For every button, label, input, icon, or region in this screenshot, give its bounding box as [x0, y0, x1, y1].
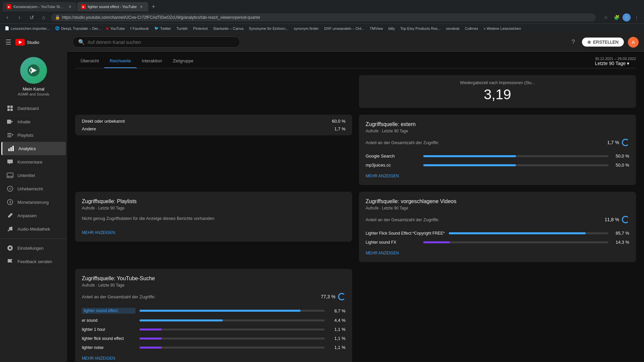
- more-btn[interactable]: ⋮: [632, 13, 641, 22]
- new-tab-button[interactable]: +: [149, 2, 158, 11]
- menu-toggle[interactable]: ☰: [5, 38, 11, 46]
- create-button[interactable]: ⊕ ERSTELLEN: [582, 38, 624, 47]
- bookmark-star[interactable]: ☆: [601, 13, 610, 22]
- date-period[interactable]: Letzte 90 Tage ▾: [595, 61, 636, 66]
- bookmark-twitter[interactable]: 🐦Twitter: [152, 25, 173, 31]
- tab-interaktion[interactable]: Interaktion: [137, 54, 168, 68]
- yt-suche-bar-0: [140, 310, 301, 312]
- sidebar-item-audio[interactable]: Audio-Mediathek: [1, 222, 66, 236]
- vorgeschlagen-label-0: Lighter Flick Sound Effect *Copyright FR…: [366, 231, 445, 236]
- search-bar[interactable]: 🔍: [72, 37, 240, 48]
- date-range[interactable]: 30.12.2021 – 29.03.2022 Letzte 90 Tage ▾: [595, 57, 636, 66]
- user-avatar[interactable]: A: [628, 37, 639, 48]
- bookmark-deepl[interactable]: 🌐DeepL Translate – Der...: [53, 25, 103, 31]
- extern-label-google: Google Search: [366, 154, 419, 159]
- bookmark-sevdesk[interactable]: sevdesk: [444, 26, 462, 31]
- svg-rect-6: [10, 106, 13, 108]
- main-content: Übersicht Reichweite Interaktion Zielgru…: [67, 52, 644, 362]
- sidebar-item-urheberrecht[interactable]: © Urheberrecht: [1, 182, 66, 195]
- bookmark-synonyme[interactable]: Synonyme für Einhorn...: [247, 26, 290, 31]
- yt-suche-label-3: lighter flick sound effect: [82, 336, 136, 341]
- sidebar-item-playlists[interactable]: Playlists: [1, 128, 66, 142]
- sidebar-item-inhalte[interactable]: Inhalte: [1, 115, 66, 128]
- reload-button[interactable]: ↺: [27, 13, 36, 22]
- extern-val-mp3: 50,0 %: [612, 163, 629, 168]
- sidebar-label-playlists: Playlists: [17, 133, 34, 138]
- vorgeschlagen-val-1: 14,3 %: [612, 240, 629, 245]
- tab-zielgruppe[interactable]: Zielgruppe: [167, 54, 199, 68]
- sidebar-item-einstellungen[interactable]: Einstellungen: [1, 241, 66, 255]
- avatar-icon: [27, 64, 40, 77]
- create-label: ERSTELLEN: [593, 40, 619, 45]
- vorgeschlagen-mehr-link[interactable]: MEHR ANZEIGEN: [366, 251, 399, 255]
- sidebar-item-dashboard[interactable]: Dashboard: [1, 102, 66, 115]
- bookmark-collmex[interactable]: Collmex: [463, 26, 480, 31]
- bookmark-bitly[interactable]: bitly: [386, 26, 397, 31]
- extern-share-row: Anteil an der Gesamtzahl der Zugriffe: 1…: [366, 139, 629, 146]
- bookmark-more[interactable]: » Weitere Lesezeichen: [482, 26, 523, 31]
- bookmark-tumblr[interactable]: Tumblr: [174, 26, 190, 31]
- bookmark-facebook[interactable]: fFacebook: [128, 26, 151, 31]
- flag-icon: [7, 258, 13, 265]
- tab-lighter-sound[interactable]: ▶ lighter sound effect - YouTube ✕: [77, 2, 148, 11]
- svg-marker-10: [11, 121, 13, 123]
- back-button[interactable]: ‹: [3, 13, 12, 22]
- bookmark-etsy[interactable]: Top Etsy Products Res...: [398, 26, 442, 31]
- tab-kanalanalysen[interactable]: ▶ Kanalanalysen - YouTube Studio ✕: [3, 2, 76, 11]
- tab-ubersicht[interactable]: Übersicht: [75, 54, 104, 68]
- sidebar-label-einstellungen: Einstellungen: [17, 246, 44, 251]
- bookmark-youtube[interactable]: ▶YouTube: [104, 25, 127, 31]
- forward-button[interactable]: ›: [15, 13, 24, 22]
- yt-suche-bar-4: [140, 347, 162, 349]
- bookmark-pinterest[interactable]: Pinterest: [191, 26, 210, 31]
- yt-suche-mehr-link[interactable]: MEHR ANZEIGEN: [82, 356, 115, 361]
- sidebar-item-anpassen[interactable]: Anpassen: [1, 209, 66, 222]
- studio-logo[interactable]: Studio: [15, 39, 39, 46]
- bookmark-canva[interactable]: Startseite – Canva: [211, 26, 246, 31]
- yt-suche-item-2: lighter 1 hour 1,1 %: [82, 325, 345, 334]
- svg-rect-20: [10, 176, 12, 177]
- channel-avatar[interactable]: [20, 57, 47, 84]
- subtitle-icon: [7, 172, 13, 179]
- yt-suche-bar-wrap-2: [140, 328, 325, 330]
- svg-marker-14: [12, 134, 13, 136]
- search-input[interactable]: [88, 40, 234, 45]
- sidebar-item-analytics[interactable]: Analytics: [1, 142, 66, 155]
- home-button[interactable]: ⌂: [39, 13, 48, 22]
- extern-bar-mp3: [423, 164, 516, 166]
- yt-suche-label-2: lighter 1 hour: [82, 327, 136, 332]
- yt-suche-val-2: 1,1 %: [329, 327, 345, 332]
- vorgeschlagen-val-0: 85,7 %: [612, 231, 629, 236]
- yt-suche-item-1: er sound 4,4 %: [82, 316, 345, 325]
- extern-items: Google Search 50,0 % mp3juices.cc: [366, 152, 629, 170]
- playlists-mehr-link[interactable]: MEHR ANZEIGEN: [82, 230, 115, 235]
- extern-share-value: 1,7 %: [607, 140, 619, 145]
- yt-suche-val-3: 1,1 %: [329, 336, 345, 341]
- sidebar-item-kommentare[interactable]: Kommentare: [1, 155, 66, 169]
- bookmark-dxf[interactable]: DXF umwandeln – Onl...: [322, 26, 366, 31]
- tab-close-2[interactable]: ✕: [139, 4, 144, 9]
- tab-close-1[interactable]: ✕: [67, 4, 72, 9]
- bookmark-tmview[interactable]: TMView: [368, 26, 385, 31]
- yt-suche-item-3: lighter flick sound effect 1,1 %: [82, 334, 345, 343]
- yt-suche-subtitle: Aufrufe · Letzte 90 Tage: [82, 283, 345, 288]
- address-bar[interactable]: 🔒 https://studio.youtube.com/channel/UCv…: [51, 13, 596, 21]
- tab-reichweite[interactable]: Reichweite: [104, 54, 137, 68]
- profile-btn[interactable]: A: [623, 13, 631, 21]
- yt-suche-share-val-wrap: 77,3 %: [321, 293, 345, 300]
- extern-mehr-link[interactable]: MEHR ANZEIGEN: [366, 174, 399, 178]
- brush-icon: [7, 212, 13, 219]
- extensions-btn[interactable]: 🧩: [612, 13, 621, 22]
- andere-label: Andere: [82, 126, 96, 131]
- sidebar-item-untertitel[interactable]: Untertitel: [1, 169, 66, 182]
- svg-rect-12: [7, 135, 11, 135]
- gear-icon: [7, 245, 13, 251]
- bookmark-import[interactable]: 📄Lesezeichen importier...: [3, 25, 52, 31]
- bookmark-synonym[interactable]: synonym finder: [292, 26, 321, 31]
- help-button[interactable]: ?: [569, 38, 578, 47]
- vorgeschlagen-share-val-wrap: 11,8 %: [604, 216, 629, 223]
- sidebar-item-feedback[interactable]: Feedback senden: [1, 255, 66, 268]
- sidebar-item-monetarisierung[interactable]: $ Monetarisierung: [1, 195, 66, 209]
- yt-suche-share-value: 77,3 %: [321, 294, 335, 299]
- extern-label-mp3: mp3juices.cc: [366, 163, 419, 168]
